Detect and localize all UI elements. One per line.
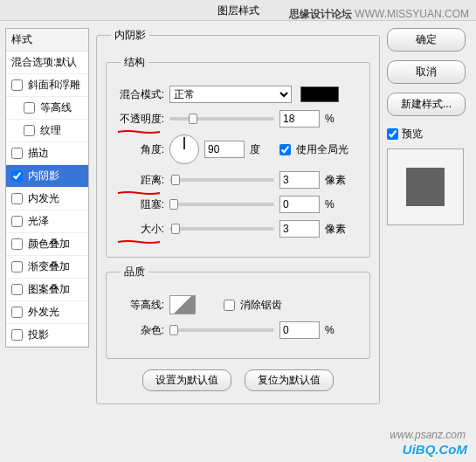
unit-degree: 度 xyxy=(250,142,274,157)
style-checkbox[interactable] xyxy=(11,261,23,272)
content: 样式 混合选项:默认 斜面和浮雕等高线纹理描边内阴影内发光光泽颜色叠加渐变叠加图… xyxy=(0,21,476,462)
style-list-header: 样式 xyxy=(6,29,88,52)
watermark-url: www.psanz.com xyxy=(390,429,466,441)
global-light-label: 使用全局光 xyxy=(296,142,348,157)
angle-input[interactable] xyxy=(204,141,245,158)
effect-title: 内阴影 xyxy=(111,28,149,43)
watermark-logo: UiBQ.CoM xyxy=(403,442,467,457)
style-checkbox[interactable] xyxy=(11,79,23,91)
layer-style-dialog: 图层样式 思缘设计论坛 WWW.MISSYUAN.COM 样式 混合选项:默认 … xyxy=(0,0,476,462)
preview-label: 预览 xyxy=(402,127,423,141)
style-checkbox[interactable] xyxy=(11,238,23,250)
opacity-input[interactable] xyxy=(279,110,320,128)
angle-dial[interactable] xyxy=(169,134,199,164)
antialias-label: 消除锯齿 xyxy=(240,298,282,313)
unit-percent2: % xyxy=(325,198,349,210)
style-item-8[interactable]: 渐变叠加 xyxy=(6,256,88,279)
quality-legend: 品质 xyxy=(121,265,148,279)
style-item-label: 渐变叠加 xyxy=(28,259,70,274)
style-list-panel: 样式 混合选项:默认 斜面和浮雕等高线纹理描边内阴影内发光光泽颜色叠加渐变叠加图… xyxy=(5,28,89,455)
style-checkbox[interactable] xyxy=(11,170,23,182)
antialias-checkbox[interactable] xyxy=(224,300,235,311)
preview-box xyxy=(387,148,464,225)
watermark-top: 思缘设计论坛 WWW.MISSYUAN.COM xyxy=(289,3,469,24)
choke-label: 阻塞: xyxy=(115,197,164,212)
size-input[interactable] xyxy=(279,220,320,238)
unit-px: 像素 xyxy=(325,173,349,188)
effect-settings-panel: 内阴影 结构 混合模式: 正常 不透明度: % xyxy=(96,28,380,455)
style-item-11[interactable]: 投影 xyxy=(6,324,88,347)
contour-label: 等高线: xyxy=(115,298,164,313)
shadow-color-swatch[interactable] xyxy=(300,86,339,102)
unit-percent3: % xyxy=(325,324,349,336)
noise-slider[interactable] xyxy=(169,328,274,332)
angle-label: 角度: xyxy=(115,142,164,157)
style-checkbox[interactable] xyxy=(11,307,23,318)
style-item-label: 纹理 xyxy=(40,123,61,138)
size-label: 大小: xyxy=(115,222,164,237)
action-panel: 确定 取消 新建样式... 预览 xyxy=(387,28,471,455)
structure-legend: 结构 xyxy=(121,55,148,70)
style-checkbox[interactable] xyxy=(24,125,35,136)
opacity-slider[interactable] xyxy=(169,117,274,121)
noise-input[interactable] xyxy=(279,321,320,339)
style-item-label: 斜面和浮雕 xyxy=(28,78,80,93)
choke-slider[interactable] xyxy=(169,203,274,206)
choke-input[interactable] xyxy=(279,196,320,213)
style-item-label: 图案叠加 xyxy=(28,282,70,297)
structure-fieldset: 结构 混合模式: 正常 不透明度: % xyxy=(106,55,370,258)
size-slider[interactable] xyxy=(169,227,274,231)
style-checkbox[interactable] xyxy=(11,148,23,159)
style-item-label: 外发光 xyxy=(28,305,59,320)
style-item-2[interactable]: 纹理 xyxy=(6,120,88,142)
style-item-5[interactable]: 内发光 xyxy=(6,188,88,210)
titlebar: 图层样式 思缘设计论坛 WWW.MISSYUAN.COM xyxy=(0,0,476,21)
style-item-10[interactable]: 外发光 xyxy=(6,301,88,324)
style-item-0[interactable]: 斜面和浮雕 xyxy=(6,74,88,97)
style-checkbox[interactable] xyxy=(11,329,23,341)
unit-px2: 像素 xyxy=(325,222,349,237)
style-item-1[interactable]: 等高线 xyxy=(6,97,88,120)
blend-options-heading[interactable]: 混合选项:默认 xyxy=(6,52,88,74)
global-light-checkbox[interactable] xyxy=(279,144,291,155)
style-checkbox[interactable] xyxy=(11,284,23,295)
distance-label: 距离: xyxy=(115,173,164,188)
style-item-label: 投影 xyxy=(28,328,49,342)
distance-slider[interactable] xyxy=(169,178,274,182)
quality-fieldset: 品质 等高线: 消除锯齿 杂色: % xyxy=(106,265,370,359)
style-item-label: 描边 xyxy=(28,146,49,161)
noise-label: 杂色: xyxy=(115,323,164,338)
style-item-label: 等高线 xyxy=(40,100,72,115)
reset-default-button[interactable]: 复位为默认值 xyxy=(245,369,334,391)
style-item-6[interactable]: 光泽 xyxy=(6,210,88,233)
inner-shadow-fieldset: 内阴影 结构 混合模式: 正常 不透明度: % xyxy=(96,28,380,404)
style-item-label: 内阴影 xyxy=(28,169,59,183)
distance-input[interactable] xyxy=(279,171,320,189)
opacity-label: 不透明度: xyxy=(115,112,164,127)
unit-percent: % xyxy=(325,113,349,125)
dialog-title: 图层样式 xyxy=(217,4,259,17)
style-item-7[interactable]: 颜色叠加 xyxy=(6,233,88,256)
style-checkbox[interactable] xyxy=(11,193,23,204)
preview-checkbox[interactable] xyxy=(387,128,398,140)
ok-button[interactable]: 确定 xyxy=(387,28,466,52)
style-item-label: 光泽 xyxy=(28,214,49,229)
preview-swatch xyxy=(406,168,445,206)
blend-mode-select[interactable]: 正常 xyxy=(169,86,292,103)
style-item-label: 颜色叠加 xyxy=(28,237,70,252)
contour-picker[interactable] xyxy=(169,295,196,314)
style-checkbox[interactable] xyxy=(24,102,35,114)
new-style-button[interactable]: 新建样式... xyxy=(387,93,466,116)
style-checkbox[interactable] xyxy=(11,216,23,227)
style-item-4[interactable]: 内阴影 xyxy=(6,165,88,188)
style-item-label: 内发光 xyxy=(28,191,59,206)
blend-mode-label: 混合模式: xyxy=(115,87,164,102)
style-item-9[interactable]: 图案叠加 xyxy=(6,279,88,301)
cancel-button[interactable]: 取消 xyxy=(387,60,466,84)
style-item-3[interactable]: 描边 xyxy=(6,142,88,165)
make-default-button[interactable]: 设置为默认值 xyxy=(142,369,231,391)
